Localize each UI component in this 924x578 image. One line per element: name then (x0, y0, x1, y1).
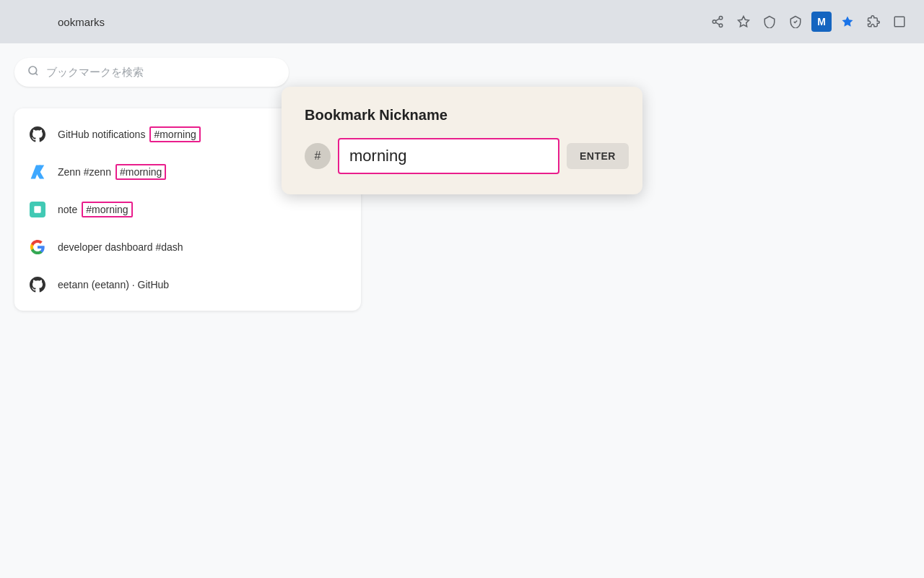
svg-rect-10 (34, 206, 40, 212)
modal-input-row: # ENTER (305, 138, 619, 174)
page-title: ookmarks (14, 16, 105, 28)
note-favicon (29, 201, 46, 218)
svg-line-9 (35, 73, 38, 75)
modal-title: Bookmark Nickname (305, 107, 619, 124)
bookmark-item-note[interactable]: note #morning (14, 191, 361, 228)
search-icon (27, 65, 39, 79)
share-icon[interactable] (707, 12, 728, 32)
main-content: ブックマークを検索 GitHub notifications #morning (0, 43, 924, 578)
search-bar[interactable]: ブックマークを検索 (14, 58, 289, 87)
ublockorigin-icon[interactable] (759, 12, 780, 32)
hash-symbol: # (305, 143, 331, 169)
extensions-icon[interactable] (863, 12, 884, 32)
google-favicon (29, 238, 46, 256)
zenn-favicon (29, 163, 46, 181)
bookmark-label-note: note #morning (58, 202, 133, 217)
browser-chrome: ookmarks (0, 0, 924, 43)
svg-rect-7 (894, 17, 905, 27)
nickname-input[interactable] (338, 138, 559, 174)
m-extension-icon[interactable]: M (811, 12, 832, 32)
star-filled-icon[interactable] (837, 12, 858, 32)
github-favicon-2 (29, 276, 46, 293)
tag-morning-zenn: #morning (116, 164, 166, 180)
tag-morning-github: #morning (149, 126, 200, 142)
bookmark-label-github-notifications: GitHub notifications #morning (58, 126, 201, 142)
address-bar-area: ookmarks (14, 12, 910, 32)
svg-marker-6 (842, 17, 853, 27)
svg-point-1 (712, 20, 716, 24)
svg-point-0 (719, 17, 723, 20)
enter-button[interactable]: ENTER (567, 143, 629, 169)
bookmark-label-developer-dashboard: developer dashboard #dash (58, 241, 183, 253)
window-icon[interactable] (889, 12, 910, 32)
svg-marker-5 (738, 17, 749, 27)
svg-point-8 (29, 66, 37, 74)
bookmark-item-developer-dashboard[interactable]: developer dashboard #dash (14, 228, 361, 266)
browser-actions: M (707, 12, 910, 32)
bookmark-label-zenn: Zenn #zenn #morning (58, 164, 166, 180)
github-favicon (29, 126, 46, 143)
note-icon (30, 202, 45, 217)
tag-morning-note: #morning (82, 202, 132, 217)
svg-line-4 (715, 19, 719, 21)
bookmark-nickname-modal: Bookmark Nickname # ENTER (282, 87, 642, 194)
svg-line-3 (715, 22, 719, 25)
bookmark-label-eetann-github: eetann (eetann) · GitHub (58, 279, 169, 290)
bookmark-star-icon[interactable] (733, 12, 754, 32)
search-placeholder: ブックマークを検索 (46, 66, 144, 79)
privacy-badger-icon[interactable] (785, 12, 806, 32)
bookmark-item-eetann-github[interactable]: eetann (eetann) · GitHub (14, 266, 361, 303)
svg-point-2 (719, 24, 723, 27)
